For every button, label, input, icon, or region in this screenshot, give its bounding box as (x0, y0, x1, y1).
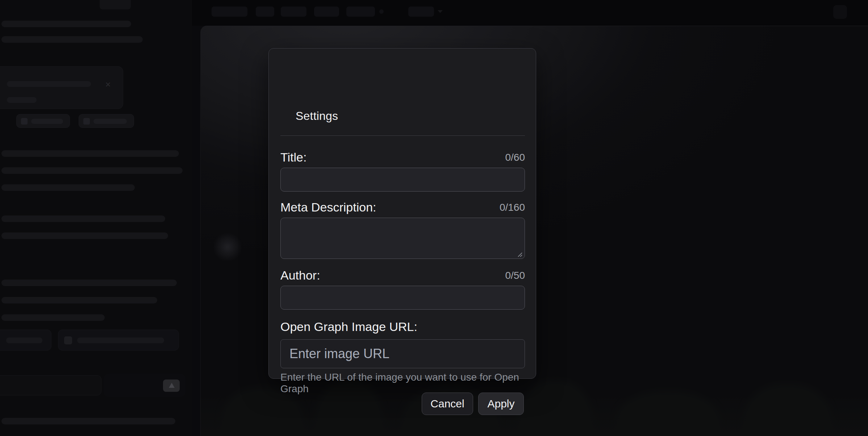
author-input[interactable] (280, 286, 525, 310)
og-image-url-input[interactable] (280, 339, 525, 368)
meta-description-counter: 0/160 (500, 202, 525, 213)
divider (280, 135, 525, 136)
apply-button[interactable]: Apply (478, 393, 524, 415)
cancel-button[interactable]: Cancel (422, 393, 473, 415)
title-input[interactable] (280, 168, 525, 192)
title-counter: 0/60 (505, 152, 525, 163)
author-counter: 0/50 (505, 270, 525, 281)
resize-handle-icon[interactable] (517, 251, 523, 258)
og-image-url-helper: Enter the URL of the image you want to u… (280, 372, 525, 395)
meta-description-label: Meta Description: (280, 200, 376, 214)
settings-dialog: Settings Title: 0/60 Meta Description: 0… (268, 48, 536, 379)
meta-description-textarea[interactable] (280, 218, 525, 259)
author-label: Author: (280, 268, 320, 282)
title-label: Title: (280, 150, 306, 164)
dialog-title: Settings (296, 109, 338, 123)
og-image-url-label: Open Graph Image URL: (280, 320, 417, 334)
